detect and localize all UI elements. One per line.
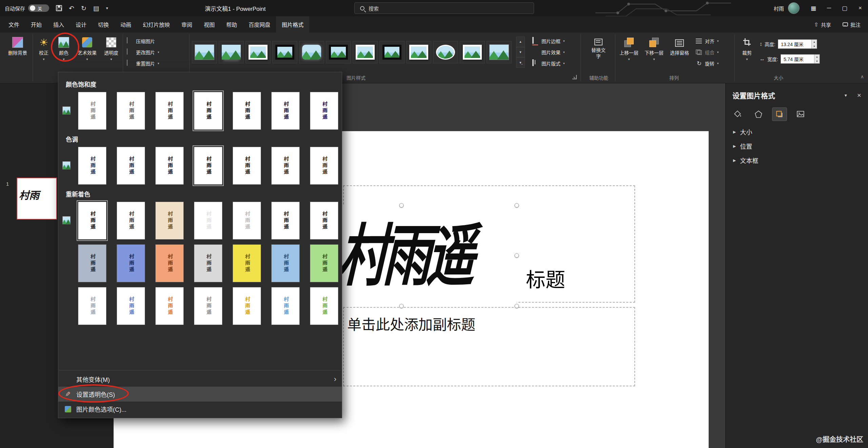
color-variant-thumb[interactable]: 村雨遥 xyxy=(78,202,106,240)
picture-style-thumb[interactable] xyxy=(406,41,431,63)
crop-button[interactable]: 裁剪 ▾ xyxy=(736,34,757,70)
tab-幻灯片放映[interactable]: 幻灯片放映 xyxy=(137,16,176,33)
group-button[interactable]: 组合 ▾ xyxy=(694,47,732,57)
width-spinner[interactable]: ▲▼ xyxy=(814,55,820,63)
color-variant-thumb[interactable]: 村雨遥 xyxy=(78,287,106,325)
color-variant-thumb[interactable]: 村雨遥 xyxy=(78,244,106,282)
reset-picture-button[interactable]: 重置图片 ▾ xyxy=(125,58,187,68)
search-box[interactable]: 搜索 xyxy=(354,2,534,14)
subtitle-placeholder[interactable]: 单击此处添加副标题 xyxy=(343,307,635,386)
tab-文件[interactable]: 文件 xyxy=(3,16,25,33)
color-variant-thumb[interactable]: 村雨遥 xyxy=(310,147,338,185)
size-properties-icon[interactable] xyxy=(772,108,787,121)
color-variant-thumb[interactable]: 村雨遥 xyxy=(155,92,184,130)
color-variant-thumb[interactable]: 村雨遥 xyxy=(310,202,338,240)
tab-帮助[interactable]: 帮助 xyxy=(220,16,243,33)
resize-handle-top[interactable] xyxy=(399,203,404,208)
tab-百度网盘[interactable]: 百度网盘 xyxy=(243,16,276,33)
picture-layout-button[interactable]: 图片版式 ▾ xyxy=(531,58,580,68)
picture-style-thumb[interactable] xyxy=(326,41,351,63)
spin-up-icon[interactable]: ▲ xyxy=(814,55,820,59)
tab-设计[interactable]: 设计 xyxy=(70,16,92,33)
share-button[interactable]: ⇧ 共享 xyxy=(811,19,834,30)
width-input[interactable]: 5.74 厘米 ▲▼ xyxy=(781,54,820,64)
fill-line-icon[interactable] xyxy=(730,108,745,121)
color-variant-thumb[interactable]: 村雨遥 xyxy=(155,287,184,325)
color-variant-thumb[interactable]: 村雨遥 xyxy=(271,92,300,130)
color-variant-thumb[interactable]: 村雨遥 xyxy=(78,147,106,185)
minimize-button[interactable]: ─ xyxy=(821,0,837,16)
tab-审阅[interactable]: 审阅 xyxy=(176,16,198,33)
picture-effects-button[interactable]: 图片效果 ▾ xyxy=(531,47,580,57)
color-variant-thumb[interactable]: 村雨遥 xyxy=(117,287,145,325)
start-presentation-icon[interactable]: ▤ xyxy=(93,5,99,12)
resize-handle-top-right[interactable] xyxy=(515,203,519,208)
slide-thumbnail[interactable]: 村雨 xyxy=(17,178,57,220)
color-variant-thumb[interactable]: 村雨遥 xyxy=(310,92,338,130)
gallery-more-icon[interactable]: ▼̲ xyxy=(516,57,525,68)
send-backward-button[interactable]: 下移一层 ▾ xyxy=(642,34,666,70)
height-input[interactable]: 13.24 厘米 ▲▼ xyxy=(778,39,817,49)
user-avatar[interactable] xyxy=(788,2,800,14)
color-variant-thumb[interactable]: 村雨遥 xyxy=(271,202,300,240)
picture-style-thumb[interactable] xyxy=(245,41,271,63)
menu-item[interactable]: 图片颜色选项(C)... xyxy=(58,402,342,416)
bring-forward-button[interactable]: 上移一层 ▾ xyxy=(617,34,641,70)
selection-pane-button[interactable]: 选择窗格 xyxy=(667,34,692,70)
align-button[interactable]: 对齐 ▾ xyxy=(694,36,732,46)
height-spinner[interactable]: ▲▼ xyxy=(811,40,817,48)
artistic-effects-button[interactable]: 艺术效果 ▾ xyxy=(74,34,100,70)
gallery-scroll-up-icon[interactable]: ▲ xyxy=(516,37,525,47)
picture-style-thumb[interactable] xyxy=(272,41,297,63)
format-section-位置[interactable]: ▶位置 xyxy=(726,139,868,153)
color-variant-thumb[interactable]: 村雨遥 xyxy=(117,147,145,185)
tab-插入[interactable]: 插入 xyxy=(47,16,70,33)
autosave-toggle[interactable]: 关 xyxy=(28,4,49,12)
picture-style-thumb[interactable] xyxy=(353,41,378,63)
color-variant-thumb[interactable]: 村雨遥 xyxy=(194,202,222,240)
tab-图片格式[interactable]: 图片格式 xyxy=(276,16,309,33)
comments-button[interactable]: 批注 xyxy=(839,19,864,30)
collapse-ribbon-icon[interactable]: ∧ xyxy=(861,74,864,79)
tab-开始[interactable]: 开始 xyxy=(25,16,47,33)
color-variant-thumb[interactable]: 村雨遥 xyxy=(155,202,184,240)
pane-dropdown-icon[interactable]: ▾ xyxy=(845,93,847,98)
compress-picture-button[interactable]: 压缩图片 xyxy=(125,36,187,46)
picture-style-thumb[interactable] xyxy=(379,41,405,63)
format-section-大小[interactable]: ▶大小 xyxy=(726,125,868,139)
color-variant-thumb[interactable]: 村雨遥 xyxy=(117,202,145,240)
alt-text-button[interactable]: 替换文字 xyxy=(584,34,613,70)
restore-button[interactable]: ▢ xyxy=(837,0,852,16)
color-variant-thumb[interactable]: 村雨遥 xyxy=(78,92,106,130)
picture-icon[interactable] xyxy=(793,108,808,121)
picture-style-thumb[interactable] xyxy=(192,41,217,63)
close-button[interactable]: × xyxy=(852,0,868,16)
color-variant-thumb[interactable]: 村雨遥 xyxy=(310,244,338,282)
color-variant-thumb[interactable]: 村雨遥 xyxy=(194,287,222,325)
effects-icon[interactable] xyxy=(751,108,766,121)
color-variant-thumb[interactable]: 村雨遥 xyxy=(194,147,222,185)
save-icon[interactable] xyxy=(56,5,62,11)
menu-item[interactable]: 设置透明色(S) xyxy=(58,387,342,402)
picture-styles-dialog-launcher-icon[interactable] xyxy=(572,75,577,79)
color-variant-thumb[interactable]: 村雨遥 xyxy=(233,147,261,185)
picture-style-thumb[interactable] xyxy=(460,41,485,63)
resize-handle-bottom-right[interactable] xyxy=(515,304,519,308)
autosave-control[interactable]: 自动保存 关 xyxy=(5,4,49,12)
spin-up-icon[interactable]: ▲ xyxy=(812,40,817,44)
color-variant-thumb[interactable]: 村雨遥 xyxy=(271,287,300,325)
transparency-button[interactable]: 透明度 ▾ xyxy=(101,34,121,70)
ribbon-display-options-icon[interactable]: ▦ xyxy=(806,0,821,16)
color-variant-thumb[interactable]: 村雨遥 xyxy=(310,287,338,325)
color-variant-thumb[interactable]: 村雨遥 xyxy=(233,287,261,325)
picture-style-thumb[interactable] xyxy=(433,41,458,63)
color-variant-thumb[interactable]: 村雨遥 xyxy=(233,244,261,282)
color-variant-thumb[interactable]: 村雨遥 xyxy=(117,244,145,282)
spin-down-icon[interactable]: ▼ xyxy=(814,59,820,63)
menu-item[interactable]: 其他变体(M)› xyxy=(58,372,342,387)
redo-icon[interactable]: ↻ xyxy=(81,5,86,12)
pane-close-icon[interactable]: × xyxy=(857,91,861,99)
resize-handle-right[interactable] xyxy=(515,253,519,258)
color-button[interactable]: 颜色 ▾ xyxy=(54,34,73,70)
color-variant-thumb[interactable]: 村雨遥 xyxy=(117,92,145,130)
